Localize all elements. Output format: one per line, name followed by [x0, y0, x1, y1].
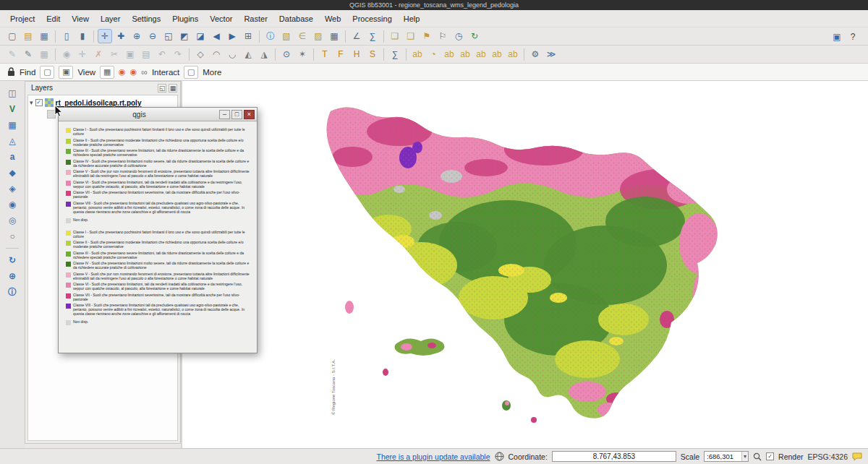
python-console-icon[interactable]: ≫	[544, 47, 558, 61]
dialog-minimize-icon[interactable]: –	[219, 110, 230, 119]
processing-toolbox-icon[interactable]: ⚙	[528, 47, 542, 61]
layer-tree-row[interactable]: ▾ ✓ rt_pedol.idsoilcap.rt.poly	[30, 98, 176, 108]
statistical-summary-icon[interactable]: ∑	[365, 29, 380, 43]
map-tips-icon[interactable]: ❏	[388, 29, 402, 43]
globe-icon[interactable]	[495, 452, 504, 461]
move-feature-icon[interactable]: ✛	[75, 47, 90, 61]
show-bookmarks-icon[interactable]: ⚐	[435, 29, 450, 43]
panel-dock-icon[interactable]: ◱	[158, 84, 166, 93]
map-canvas[interactable]: © Regione Toscana - S.I.T.A.	[182, 81, 868, 448]
zoom-to-native-icon[interactable]: ⊕	[5, 269, 20, 283]
annotation-html-icon[interactable]: H	[349, 47, 364, 61]
menu-help[interactable]: Help	[398, 12, 426, 25]
dialog-maximize-icon[interactable]: □	[231, 110, 242, 119]
paste-features-icon[interactable]: ▤	[139, 47, 153, 61]
split-features-icon[interactable]: ◭	[241, 47, 255, 61]
add-spatialite-layer-icon[interactable]: ◈	[5, 181, 20, 196]
layer-diagram-icon[interactable]: ◔	[426, 47, 441, 61]
grid-capture-icon[interactable]: ▣	[59, 66, 73, 79]
annotation-text-icon[interactable]: T	[318, 47, 332, 61]
deselect-features-icon[interactable]: ▨	[311, 29, 326, 43]
current-edits-icon[interactable]: ✎	[5, 47, 20, 61]
menu-database[interactable]: Database	[273, 12, 319, 25]
zoom-out-icon[interactable]: ⊖	[145, 29, 160, 43]
menu-edit[interactable]: Edit	[41, 12, 66, 25]
menu-project[interactable]: Project	[4, 12, 41, 25]
scale-combo[interactable]: :686,301 ▾	[704, 451, 749, 462]
new-print-layout-icon[interactable]: ▯	[59, 29, 74, 43]
plugin-manager-icon[interactable]: ▣	[830, 30, 844, 44]
pan-to-selection-icon[interactable]: ✚	[114, 29, 128, 43]
interact-tool-icon[interactable]: ▢	[184, 66, 198, 79]
rotate-label-icon[interactable]: ab	[490, 47, 504, 61]
temporal-controller-icon[interactable]: ◷	[451, 29, 466, 43]
more-label[interactable]: More	[203, 68, 221, 77]
expand-caret-icon[interactable]: ▾	[30, 99, 33, 106]
merge-features-icon[interactable]: ◮	[257, 47, 271, 61]
legend-dialog-titlebar[interactable]: qgis – □ ×	[59, 108, 257, 121]
undo-icon[interactable]: ↶	[155, 47, 169, 61]
add-wfs-layer-icon[interactable]: ○	[5, 229, 20, 244]
zoom-full-icon[interactable]: ◱	[161, 29, 176, 43]
decorations-icon[interactable]: ✶	[295, 47, 310, 61]
pan-map-icon[interactable]: ✛	[98, 29, 112, 43]
menu-processing[interactable]: Processing	[346, 12, 397, 25]
toggle-editing-icon[interactable]: ✎	[21, 47, 35, 61]
new-project-icon[interactable]: ▢	[5, 29, 20, 43]
refresh-map-icon[interactable]: ↻	[467, 29, 482, 43]
menu-web[interactable]: Web	[319, 12, 346, 25]
panel-options-icon[interactable]: ▦	[169, 84, 177, 93]
add-raster-layer-icon[interactable]: ▦	[5, 118, 20, 132]
lock-icon[interactable]	[7, 67, 15, 77]
add-wcs-layer-icon[interactable]: ◎	[5, 213, 20, 228]
annotation-form-icon[interactable]: F	[333, 47, 348, 61]
layout-manager-icon[interactable]: ▮	[75, 29, 90, 43]
zoom-last-icon[interactable]: ◀	[209, 29, 224, 43]
delete-selected-icon[interactable]: ✗	[91, 47, 106, 61]
whats-this-icon[interactable]: ?	[846, 30, 860, 44]
add-delimited-text-layer-icon[interactable]: a	[5, 150, 20, 164]
coordinate-input[interactable]	[552, 451, 676, 462]
chevron-down-icon[interactable]: ▾	[741, 452, 748, 461]
zoom-to-selection-icon[interactable]: ◩	[177, 29, 192, 43]
menu-vector[interactable]: Vector	[204, 12, 238, 25]
select-by-expression-icon[interactable]: ∈	[295, 29, 310, 43]
marker-pin-icon[interactable]: ◉	[119, 67, 126, 77]
redo-icon[interactable]: ↷	[171, 47, 185, 61]
menu-plugins[interactable]: Plugins	[166, 12, 204, 25]
view-grid-icon[interactable]: ▦	[100, 66, 114, 79]
new-bookmark-icon[interactable]: ⚑	[420, 29, 434, 43]
open-attribute-table-icon[interactable]: ▦	[327, 29, 341, 43]
pin-labels-icon[interactable]: ab	[442, 47, 456, 61]
layer-name-label[interactable]: rt_pedol.idsoilcap.rt.poly	[56, 99, 142, 107]
add-postgis-layer-icon[interactable]: ◆	[5, 166, 20, 180]
dialog-close-icon[interactable]: ×	[244, 110, 255, 119]
save-layer-edits-icon[interactable]: ▦	[37, 47, 51, 61]
new-map-view-icon[interactable]: ⊞	[241, 29, 255, 43]
change-label-properties-icon[interactable]: ab	[506, 47, 520, 61]
measure-line-icon[interactable]: ∠	[349, 29, 364, 43]
marker-pin-2-icon[interactable]: ◉	[130, 67, 137, 77]
select-features-icon[interactable]: ▧	[279, 29, 294, 43]
menu-raster[interactable]: Raster	[238, 12, 273, 25]
layer-info-icon[interactable]: ⓘ	[5, 285, 20, 299]
move-label-icon[interactable]: ab	[474, 47, 488, 61]
zoom-to-layer-icon[interactable]: ◪	[193, 29, 208, 43]
layer-labeling-icon[interactable]: ab	[410, 47, 425, 61]
reshape-features-icon[interactable]: ◡	[225, 47, 239, 61]
crs-status-button[interactable]: EPSG:4326	[808, 452, 848, 461]
text-annotation-icon[interactable]: ❑	[404, 29, 418, 43]
save-project-icon[interactable]: ▦	[37, 29, 51, 43]
plugin-update-link[interactable]: There is a plugin update available	[377, 452, 490, 461]
render-checkbox[interactable]: ✓	[766, 452, 774, 460]
magnifier-lock-icon[interactable]	[753, 452, 762, 461]
add-mesh-layer-icon[interactable]: ◬	[5, 134, 20, 148]
open-project-icon[interactable]: ▤	[21, 29, 35, 43]
menu-settings[interactable]: Settings	[126, 12, 166, 25]
show-statistical-summary-icon[interactable]: ∑	[388, 47, 402, 61]
identify-features-icon[interactable]: ⓘ	[263, 29, 278, 43]
add-wms-layer-icon[interactable]: ◉	[5, 197, 20, 212]
layer-visibility-checkbox[interactable]: ✓	[35, 99, 43, 106]
annotation-svg-icon[interactable]: S	[365, 47, 380, 61]
offset-curve-icon[interactable]: ◠	[209, 47, 224, 61]
